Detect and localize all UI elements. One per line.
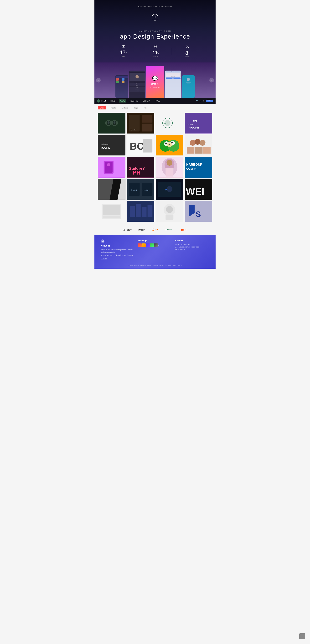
hero-subtitle: A private space to share and discuss: [94, 3, 216, 8]
portfolio-item-12[interactable]: HARBOUR COMPA: [185, 157, 212, 178]
nav-mall[interactable]: MALL: [154, 100, 161, 102]
portfolio-item-20[interactable]: S: [185, 201, 212, 222]
filter-mobile[interactable]: mobile: [109, 106, 118, 110]
partner-zcool: zcool: [181, 229, 187, 231]
nav-links: HOME CASE ABOUT US CONTACT MALL: [109, 100, 161, 102]
svg-point-6: [98, 100, 99, 101]
person-icon: [185, 45, 190, 49]
svg-text:▶: ▶: [166, 188, 167, 191]
settings-icon[interactable]: ⚙: [203, 100, 204, 102]
filter-logo[interactable]: logo: [132, 106, 140, 110]
svg-rect-33: [143, 139, 152, 152]
svg-text:The price: The price: [187, 124, 193, 125]
svg-text:BO: BO: [130, 141, 144, 152]
app-chinese-sub: 搜了心心的新个集？: [150, 86, 160, 88]
svg-text:ZBJ: ZBJ: [154, 229, 158, 230]
svg-text:STAT: STAT: [192, 120, 197, 122]
logo-icon: [97, 99, 100, 102]
footer-contact-link[interactable]: 联系我们: [101, 258, 135, 260]
svg-point-42: [168, 144, 170, 145]
footer-about-text: Iceart Network Ltd Outstanding domestic …: [101, 248, 135, 253]
svg-rect-50: [203, 146, 211, 154]
blog-button[interactable]: BLOG: [206, 100, 213, 102]
stats-row: 17+ Case 26 Partner: [94, 45, 216, 58]
stats-divider-1: [140, 48, 140, 54]
navbar: iceart HOME CASE ABOUT US CONTACT MALL 🔍…: [94, 98, 216, 104]
portfolio-item-17[interactable]: [98, 201, 126, 222]
chat-bubble-icon: 💬: [152, 76, 158, 81]
nav-about[interactable]: ABOUT US: [128, 100, 139, 102]
portfolio-item-18[interactable]: [127, 201, 154, 222]
stat-case: 17+ Case: [120, 45, 127, 58]
carousel-next-button[interactable]: ›: [210, 78, 214, 82]
filter-website[interactable]: website: [120, 106, 130, 110]
svg-rect-49: [195, 146, 202, 154]
layers-icon: [120, 45, 127, 48]
hero-section: A private space to share and discuss ⬇ 专…: [94, 0, 216, 98]
partner-iceart: iceart: [165, 228, 174, 231]
portfolio-item-5[interactable]: the price good FIGURE: [98, 135, 126, 156]
nav-logo: iceart: [97, 99, 106, 102]
svg-point-41: [171, 142, 173, 144]
footer-logo-icon: [101, 240, 104, 243]
phone-mockup-5: [182, 76, 195, 98]
footer-contact: Contact mailbox: ice@iceart.me phone: 0-…: [175, 240, 209, 260]
nav-home[interactable]: HOME: [109, 100, 116, 102]
search-icon[interactable]: 🔍: [196, 100, 198, 102]
nav-contact[interactable]: CONTACT: [142, 100, 152, 102]
portfolio-item-9[interactable]: [98, 157, 126, 178]
svg-point-95: [152, 228, 154, 230]
footer-copyright: COPYRIGHT © ALL ICEART INTERNET TECHNOLO…: [101, 263, 209, 266]
portfolio-item-4[interactable]: STAT The price FIGURE: [185, 113, 212, 134]
phone-mockup-1: [116, 76, 128, 98]
portfolio-item-8[interactable]: [185, 135, 212, 156]
nav-right: 🔍 ↗ ⚙ BLOG: [196, 100, 213, 102]
share-icon[interactable]: ↗: [200, 100, 202, 102]
svg-rect-17: [142, 124, 152, 132]
svg-text:iceart: iceart: [167, 229, 172, 230]
logo-text: iceart: [101, 100, 106, 102]
portfolio-item-1[interactable]: [98, 113, 126, 134]
portfolio-item-19[interactable]: [156, 201, 184, 222]
portfolio-item-6[interactable]: BO: [127, 135, 154, 156]
svg-rect-62: [166, 168, 174, 176]
portfolio-item-11[interactable]: [156, 157, 184, 178]
portfolio-item-14[interactable]: 真人娱乐 PT定虎机!: [127, 179, 154, 200]
svg-text:PR: PR: [132, 170, 140, 176]
svg-point-46: [200, 140, 206, 146]
partner-number: 26: [153, 50, 159, 56]
scroll-down-button[interactable]: ⬇: [152, 14, 158, 20]
svg-rect-48: [187, 146, 194, 154]
portfolio-item-2[interactable]: Interior No.1: [127, 113, 154, 134]
stat-partner: 26 Partner: [153, 45, 159, 58]
footer-columns: About us Iceart Network Ltd Outstanding …: [101, 240, 209, 260]
footer-contact-title: Contact: [175, 240, 209, 242]
svg-rect-88: [148, 205, 152, 217]
footer-message-title: Message: [138, 240, 172, 242]
svg-rect-87: [142, 207, 146, 217]
portfolio-item-16[interactable]: WEI: [185, 179, 212, 200]
svg-text:FIGURE: FIGURE: [188, 126, 199, 129]
globe-icon: [153, 45, 159, 49]
svg-point-45: [194, 139, 200, 145]
carousel-prev-button[interactable]: ‹: [96, 78, 100, 82]
portfolio-item-3[interactable]: Iceart...: [156, 113, 184, 134]
stat-member: 8+ member: [185, 45, 190, 58]
svg-point-76: [166, 186, 172, 192]
portfolio-item-7[interactable]: [156, 135, 184, 156]
svg-text:S: S: [196, 210, 201, 218]
portfolio-item-15[interactable]: ▶: [156, 179, 184, 200]
phone-mockup-center: 💬 破事儿 搜了心心的新个集？: [146, 66, 164, 98]
nav-case[interactable]: CASE: [119, 100, 126, 102]
filter-flat[interactable]: flat: [142, 106, 148, 110]
svg-rect-85: [130, 206, 135, 217]
case-label: Case: [120, 56, 127, 57]
phone-mockup-4: Feiook Enter Your ID password Login: [165, 70, 181, 98]
app-title: app Design Experience: [94, 33, 216, 40]
footer-mailbox: mailbox: ice@iceart.me: [175, 244, 209, 246]
footer-about-subtext: 冰艺互联网有限公司，诚朝内最有影响力的互联网: [101, 254, 135, 256]
svg-point-44: [190, 140, 196, 146]
portfolio-item-10[interactable]: Stature? PR: [127, 157, 154, 178]
filter-whole[interactable]: whole: [98, 106, 106, 110]
portfolio-item-13[interactable]: [98, 179, 126, 200]
